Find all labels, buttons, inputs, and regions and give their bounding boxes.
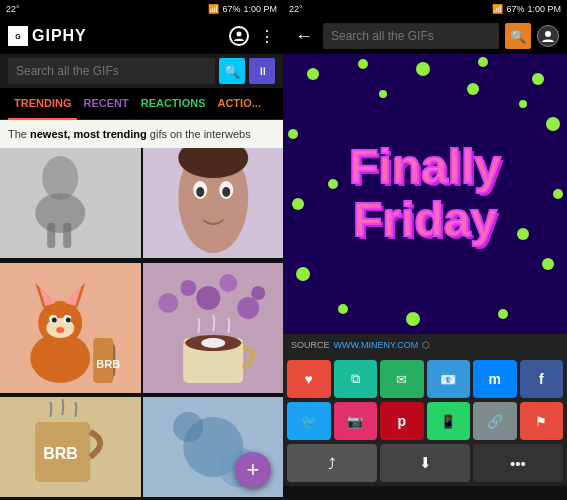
svg-point-31 — [180, 280, 196, 296]
svg-point-55 — [292, 198, 304, 210]
svg-point-3 — [35, 193, 85, 233]
right-avatar[interactable] — [537, 25, 559, 47]
tab-reactions[interactable]: REACTIONS — [135, 88, 212, 120]
svg-point-57 — [296, 267, 310, 281]
pause-button[interactable]: ⏸ — [249, 58, 275, 84]
svg-point-49 — [358, 59, 368, 69]
source-label: SOURCE — [291, 340, 330, 350]
svg-point-58 — [542, 258, 554, 270]
copy-button[interactable]: ⧉ — [334, 360, 378, 398]
share-buttons-row3: ⤴ ⬇ ••• — [283, 444, 567, 486]
twitter-button[interactable]: 🐦 — [287, 402, 331, 440]
svg-point-61 — [498, 309, 508, 319]
gif-display: Finally Friday — [283, 54, 567, 334]
instagram-button[interactable]: 📷 — [334, 402, 378, 440]
svg-point-33 — [219, 274, 237, 292]
svg-point-30 — [158, 293, 178, 313]
source-bar: SOURCE WWW.MINENY.COM ⬡ — [283, 334, 567, 356]
svg-point-38 — [201, 338, 225, 348]
right-signal-icon: 📶 — [492, 4, 503, 14]
svg-point-50 — [416, 62, 430, 76]
svg-point-59 — [338, 304, 348, 314]
whatsapp-button[interactable]: 📱 — [427, 402, 471, 440]
facebook-icon: f — [539, 371, 544, 387]
svg-point-51 — [478, 57, 488, 67]
svg-point-35 — [251, 286, 265, 300]
time-left: 1:00 PM — [243, 4, 277, 14]
download-icon: ⬇ — [419, 454, 432, 472]
left-search-input[interactable] — [8, 58, 215, 84]
svg-point-53 — [288, 129, 298, 139]
messenger-icon: m — [489, 371, 501, 387]
left-search-button[interactable]: 🔍 — [219, 58, 245, 84]
trending-banner: The newest, most trending gifs on the in… — [0, 120, 283, 148]
right-search-button[interactable]: 🔍 — [505, 23, 531, 49]
more-icon[interactable]: ⋮ — [259, 27, 275, 46]
facebook-button[interactable]: f — [520, 360, 564, 398]
status-left: 22° — [6, 4, 20, 14]
svg-point-34 — [237, 297, 259, 319]
right-search-input[interactable] — [323, 23, 499, 49]
sms-button[interactable]: ✉ — [380, 360, 424, 398]
share-button[interactable]: ⤴ — [287, 444, 377, 482]
email-button[interactable]: 📧 — [427, 360, 471, 398]
logo-letter: G — [15, 33, 20, 40]
temperature: 22° — [6, 4, 20, 14]
instagram-icon: 📷 — [347, 414, 363, 429]
pinterest-button[interactable]: p — [380, 402, 424, 440]
left-panel: 22° 📶 67% 1:00 PM G GIPHY ⋮ — [0, 0, 283, 500]
twitter-icon: 🐦 — [301, 414, 317, 429]
status-right: 📶 67% 1:00 PM — [208, 4, 277, 14]
svg-point-62 — [379, 90, 387, 98]
favorite-button[interactable]: ♥ — [287, 360, 331, 398]
svg-point-11 — [222, 187, 230, 197]
sms-icon: ✉ — [396, 372, 407, 387]
messenger-button[interactable]: m — [473, 360, 517, 398]
svg-point-25 — [56, 327, 64, 333]
more-icon: ••• — [510, 455, 526, 472]
left-status-bar: 22° 📶 67% 1:00 PM — [0, 0, 283, 18]
back-button[interactable]: ← — [291, 26, 317, 47]
tab-bar: TRENDING RECENT REACTIONS ACTIO... — [0, 88, 283, 120]
fab-button[interactable]: + — [235, 452, 271, 488]
signal-icon: 📶 — [208, 4, 219, 14]
svg-point-46 — [545, 31, 551, 37]
svg-point-65 — [328, 179, 338, 189]
email-icon: 📧 — [440, 372, 456, 387]
right-status-bar: 22° 📶 67% 1:00 PM — [283, 0, 567, 18]
profile-icon[interactable] — [229, 26, 249, 46]
tab-actions[interactable]: ACTIO... — [211, 88, 266, 120]
tab-trending[interactable]: TRENDING — [8, 88, 77, 120]
link-icon: 🔗 — [487, 414, 503, 429]
right-time: 1:00 PM — [527, 4, 561, 14]
flag-button[interactable]: ⚑ — [520, 402, 564, 440]
copy-icon: ⧉ — [351, 371, 360, 387]
right-panel: 22° 📶 67% 1:00 PM ← 🔍 — [283, 0, 567, 500]
link-button[interactable]: 🔗 — [473, 402, 517, 440]
svg-point-56 — [553, 189, 563, 199]
top-bar: G GIPHY ⋮ — [0, 18, 283, 54]
svg-point-44 — [173, 412, 203, 442]
svg-point-66 — [517, 228, 529, 240]
gif-cell-1[interactable] — [0, 148, 141, 258]
whatsapp-icon: 📱 — [440, 414, 456, 429]
download-button[interactable]: ⬇ — [380, 444, 470, 482]
left-search-bar: 🔍 ⏸ — [0, 54, 283, 88]
svg-rect-5 — [63, 223, 71, 248]
svg-point-54 — [546, 117, 560, 131]
external-link-icon: ⬡ — [422, 340, 430, 350]
tab-recent[interactable]: RECENT — [77, 88, 134, 120]
svg-point-63 — [467, 83, 479, 95]
gif-cell-2[interactable] — [143, 148, 284, 258]
svg-point-32 — [196, 286, 220, 310]
share-icon: ⤴ — [328, 455, 336, 472]
gif-cell-5[interactable]: BRB — [0, 397, 141, 497]
more-button[interactable]: ••• — [473, 444, 563, 482]
svg-point-48 — [307, 68, 319, 80]
gif-cell-4[interactable] — [143, 263, 284, 393]
svg-point-52 — [532, 73, 544, 85]
right-battery: 67% — [506, 4, 524, 14]
gif-cell-3[interactable]: BRB — [0, 263, 141, 393]
source-url: WWW.MINENY.COM — [334, 340, 419, 350]
svg-text:BRB: BRB — [96, 358, 120, 370]
